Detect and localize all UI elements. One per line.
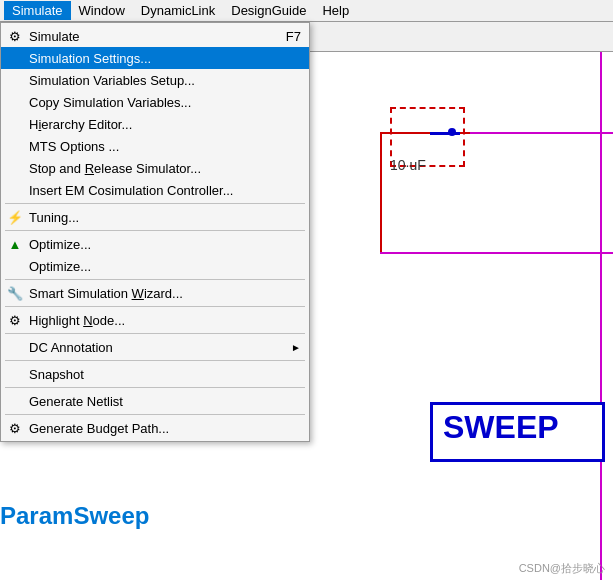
sweep-box: SWEEP <box>430 402 605 462</box>
cap-label: 10·uF <box>390 157 426 173</box>
menu-simulate[interactable]: Simulate <box>4 1 71 20</box>
menu-designguide[interactable]: DesignGuide <box>223 1 314 20</box>
menu-item-copy-sim-vars[interactable]: Copy Simulation Variables... <box>1 91 309 113</box>
separator-4 <box>5 306 305 307</box>
menu-window[interactable]: Window <box>71 1 133 20</box>
menu-item-generate-budget[interactable]: ⚙ Generate Budget Path... <box>1 417 309 439</box>
menu-item-generate-netlist[interactable]: Generate Netlist <box>1 390 309 412</box>
budget-icon: ⚙ <box>5 421 25 436</box>
separator-1 <box>5 203 305 204</box>
menu-dynamiclink[interactable]: DynamicLink <box>133 1 223 20</box>
tuning-icon: ⚡ <box>5 210 25 225</box>
separator-5 <box>5 333 305 334</box>
submenu-arrow: ► <box>291 342 301 353</box>
menu-item-mts-options[interactable]: MTS Options ... <box>1 135 309 157</box>
separator-3 <box>5 279 305 280</box>
menu-item-sim-vars-setup[interactable]: Simulation Variables Setup... <box>1 69 309 91</box>
menu-item-insert-em[interactable]: Insert EM Cosimulation Controller... <box>1 179 309 201</box>
menu-item-dc-annotation[interactable]: DC Annotation ► <box>1 336 309 358</box>
menu-help[interactable]: Help <box>314 1 357 20</box>
simulate-icon: ⚙ <box>5 29 25 44</box>
menu-item-update-opt[interactable]: Optimize... <box>1 255 309 277</box>
sweep-label: SWEEP <box>443 409 559 445</box>
separator-2 <box>5 230 305 231</box>
menu-item-simulation-settings[interactable]: Simulation Settings... <box>1 47 309 69</box>
menu-item-simulate[interactable]: ⚙ Simulate F7 <box>1 25 309 47</box>
menu-item-highlight-node[interactable]: ⚙ Highlight Node... <box>1 309 309 331</box>
param-sweep-label: ParamSweep <box>0 502 149 530</box>
hierarchy-label: Hierarchy Editor... <box>29 117 132 132</box>
separator-8 <box>5 414 305 415</box>
dropdown-overlay: ⚙ Simulate F7 Simulation Settings... Sim… <box>0 22 310 442</box>
wizard-icon: 🔧 <box>5 286 25 301</box>
optimize-icon: ▲ <box>5 237 25 252</box>
menu-item-optimize[interactable]: ▲ Optimize... <box>1 233 309 255</box>
separator-7 <box>5 387 305 388</box>
menu-item-hierarchy-editor[interactable]: Hierarchy Editor... <box>1 113 309 135</box>
menu-item-smart-wizard[interactable]: 🔧 Smart Simulation Wizard... <box>1 282 309 304</box>
menu-item-stop-release[interactable]: Stop and Release Simulator... <box>1 157 309 179</box>
dropdown-menu: ⚙ Simulate F7 Simulation Settings... Sim… <box>0 22 310 442</box>
highlight-icon: ⚙ <box>5 313 25 328</box>
separator-6 <box>5 360 305 361</box>
watermark: CSDN@拾步晓心 <box>519 561 605 576</box>
menu-bar: Simulate Window DynamicLink DesignGuide … <box>0 0 613 22</box>
menu-item-tuning[interactable]: ⚡ Tuning... <box>1 206 309 228</box>
menu-item-snapshot[interactable]: Snapshot <box>1 363 309 385</box>
